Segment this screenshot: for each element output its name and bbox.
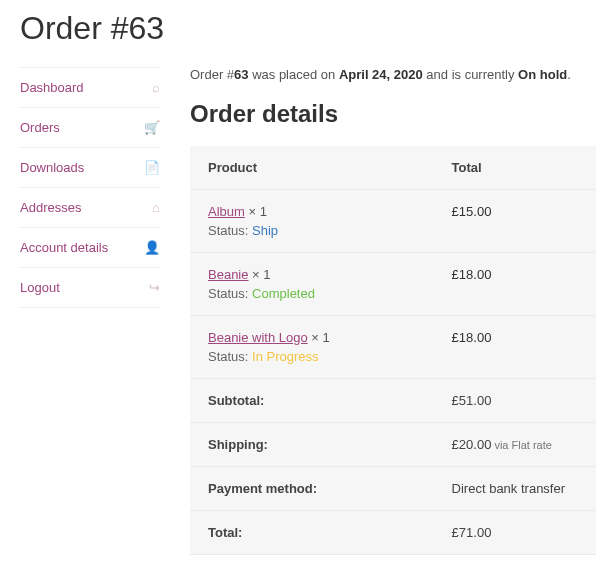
status-value: In Progress [252,349,318,364]
table-row: Album × 1Status: Ship£15.00 [190,190,596,253]
total-cell: £18.00 [434,253,596,316]
product-qty: × 1 [308,330,330,345]
sidebar-item-label: Dashboard [20,80,84,95]
sidebar-item-label: Addresses [20,200,81,215]
summary-row: Subtotal:£51.00 [190,379,596,423]
product-cell: Album × 1Status: Ship [190,190,434,253]
status-value: Completed [252,286,315,301]
order-number: 63 [234,67,248,82]
summary-value: £51.00 [434,379,596,423]
status-label: Status: [208,223,252,238]
total-cell: £18.00 [434,316,596,379]
file-icon: 📄 [144,160,160,175]
order-meta-text: . [567,67,571,82]
sidebar-item-label: Orders [20,120,60,135]
order-status: On hold [518,67,567,82]
order-meta: Order #63 was placed on April 24, 2020 a… [190,67,596,82]
product-cell: Beanie with Logo × 1Status: In Progress [190,316,434,379]
cart-icon: 🛒 [144,120,160,135]
sidebar-item-account-details[interactable]: Account details 👤 [20,228,160,268]
sidebar-item-label: Account details [20,240,108,255]
summary-value: £71.00 [434,511,596,555]
sidebar-item-label: Downloads [20,160,84,175]
sidebar-item-dashboard[interactable]: Dashboard ⌕ [20,67,160,108]
status-label: Status: [208,286,252,301]
summary-value: Direct bank transfer [434,467,596,511]
summary-label: Payment method: [190,467,434,511]
table-row: Beanie × 1Status: Completed£18.00 [190,253,596,316]
status-label: Status: [208,349,252,364]
order-date: April 24, 2020 [339,67,423,82]
order-meta-text: was placed on [249,67,339,82]
product-qty: × 1 [245,204,267,219]
product-cell: Beanie × 1Status: Completed [190,253,434,316]
summary-row: Shipping:£20.00 via Flat rate [190,423,596,467]
page-title: Order #63 [20,10,596,47]
product-status-line: Status: Ship [208,223,416,238]
dashboard-icon: ⌕ [152,80,160,95]
summary-label: Total: [190,511,434,555]
product-status-line: Status: Completed [208,286,416,301]
product-link[interactable]: Beanie [208,267,248,282]
order-details-main: Order #63 was placed on April 24, 2020 a… [190,67,596,555]
summary-extra: via Flat rate [491,439,552,451]
summary-row: Total:£71.00 [190,511,596,555]
product-link[interactable]: Beanie with Logo [208,330,308,345]
product-qty: × 1 [248,267,270,282]
summary-row: Payment method:Direct bank transfer [190,467,596,511]
table-row: Beanie with Logo × 1Status: In Progress£… [190,316,596,379]
summary-label: Subtotal: [190,379,434,423]
account-sidebar: Dashboard ⌕ Orders 🛒 Downloads 📄 Address… [20,67,160,555]
sidebar-item-orders[interactable]: Orders 🛒 [20,108,160,148]
sidebar-item-downloads[interactable]: Downloads 📄 [20,148,160,188]
order-details-heading: Order details [190,100,596,128]
sidebar-item-addresses[interactable]: Addresses ⌂ [20,188,160,228]
summary-value: £20.00 via Flat rate [434,423,596,467]
logout-icon: ↪ [149,280,160,295]
user-icon: 👤 [144,240,160,255]
sidebar-item-label: Logout [20,280,60,295]
total-cell: £15.00 [434,190,596,253]
home-icon: ⌂ [152,200,160,215]
summary-label: Shipping: [190,423,434,467]
column-header-product: Product [190,146,434,190]
sidebar-item-logout[interactable]: Logout ↪ [20,268,160,308]
order-details-table: Product Total Album × 1Status: Ship£15.0… [190,146,596,555]
status-value: Ship [252,223,278,238]
product-status-line: Status: In Progress [208,349,416,364]
column-header-total: Total [434,146,596,190]
product-link[interactable]: Album [208,204,245,219]
order-meta-prefix: Order # [190,67,234,82]
order-meta-text: and is currently [423,67,518,82]
